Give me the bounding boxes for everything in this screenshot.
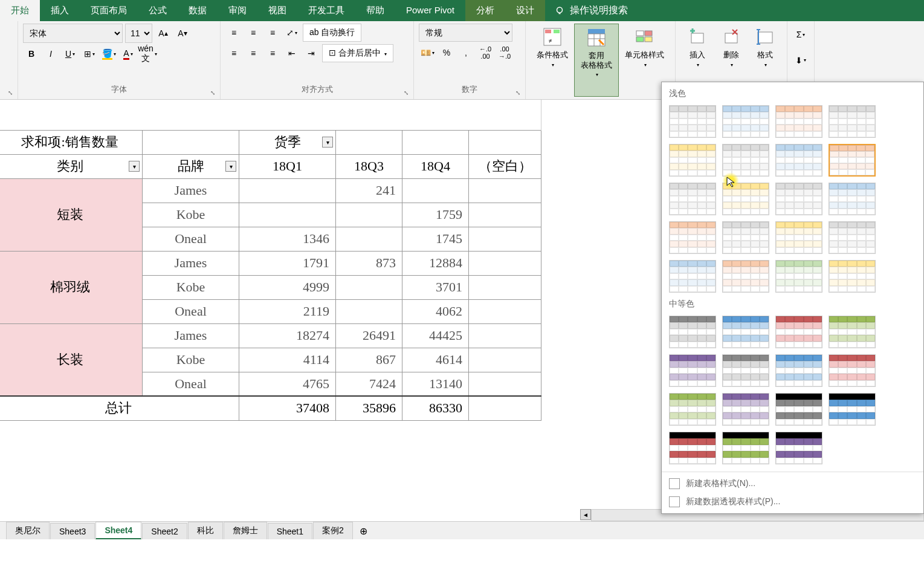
table-style-swatch[interactable] bbox=[775, 183, 822, 215]
table-style-swatch[interactable] bbox=[669, 260, 716, 293]
brand-cell[interactable]: Kobe bbox=[143, 203, 239, 227]
category-cell[interactable]: 短装 bbox=[0, 178, 143, 251]
tab-design[interactable]: 设计 bbox=[505, 0, 545, 21]
fill-color-btn[interactable]: 🪣▾ bbox=[100, 45, 117, 62]
tab-view[interactable]: 视图 bbox=[257, 0, 297, 21]
border-btn[interactable]: ⊞▾ bbox=[81, 45, 98, 62]
table-style-swatch[interactable] bbox=[829, 354, 876, 387]
decrease-indent-btn[interactable]: ⇤ bbox=[283, 45, 300, 62]
brand-cell[interactable]: James bbox=[143, 323, 239, 348]
number-launcher[interactable]: ⤡ bbox=[515, 89, 524, 98]
total-label[interactable]: 总计 bbox=[0, 396, 239, 420]
table-style-swatch[interactable] bbox=[722, 432, 769, 464]
table-style-swatch[interactable] bbox=[669, 432, 716, 464]
sheet-tab[interactable]: Sheet3 bbox=[50, 523, 95, 539]
table-style-swatch[interactable] bbox=[722, 354, 769, 387]
brand-cell[interactable]: Kobe bbox=[143, 348, 239, 372]
orientation-btn[interactable]: ⤢▾ bbox=[283, 24, 300, 41]
conditional-format-btn[interactable]: ≠ 条件格式 ▾ bbox=[531, 24, 574, 97]
number-format-select[interactable]: 常规 bbox=[419, 24, 512, 42]
season-filter-btn[interactable]: ▾ bbox=[322, 137, 333, 148]
table-style-swatch[interactable] bbox=[775, 221, 822, 254]
tab-insert[interactable]: 插入 bbox=[40, 0, 80, 21]
table-style-swatch[interactable] bbox=[669, 354, 716, 387]
font-family-select[interactable]: 宋体 bbox=[23, 24, 123, 43]
table-style-swatch[interactable] bbox=[775, 393, 822, 426]
percent-btn[interactable]: % bbox=[438, 44, 455, 61]
table-style-swatch[interactable] bbox=[775, 260, 822, 293]
comma-btn[interactable]: , bbox=[457, 44, 474, 61]
table-style-swatch[interactable] bbox=[722, 260, 769, 293]
italic-btn[interactable]: I bbox=[42, 45, 59, 62]
category-filter-btn[interactable]: ▾ bbox=[129, 161, 140, 172]
align-top-btn[interactable]: ≡ bbox=[225, 24, 242, 41]
new-pivot-style-btn[interactable]: 新建数据透视表样式(P)... bbox=[662, 493, 923, 511]
decrease-decimal-btn[interactable]: .00→.0 bbox=[496, 44, 513, 61]
brand-filter-btn[interactable]: ▾ bbox=[225, 161, 236, 172]
table-format-btn[interactable]: 套用 表格格式 ▾ bbox=[574, 24, 619, 97]
table-style-swatch[interactable] bbox=[669, 316, 716, 348]
sheet-tab[interactable]: 科比 bbox=[188, 522, 223, 539]
currency-btn[interactable]: 💴▾ bbox=[419, 44, 436, 61]
category-header[interactable]: 类别 ▾ bbox=[0, 154, 143, 178]
fill-btn[interactable]: ⬇▾ bbox=[792, 52, 809, 69]
table-style-swatch[interactable] bbox=[775, 432, 822, 464]
phonetic-btn[interactable]: wén文▾ bbox=[139, 45, 156, 62]
table-style-swatch[interactable] bbox=[722, 144, 769, 177]
table-style-swatch[interactable] bbox=[669, 183, 716, 215]
table-style-swatch[interactable] bbox=[829, 316, 876, 348]
table-style-swatch[interactable] bbox=[722, 183, 769, 215]
sheet-tab[interactable]: Sheet2 bbox=[142, 523, 187, 539]
table-style-swatch[interactable] bbox=[722, 393, 769, 426]
table-style-swatch[interactable] bbox=[829, 144, 876, 177]
table-style-swatch[interactable] bbox=[722, 221, 769, 254]
table-style-swatch[interactable] bbox=[775, 316, 822, 348]
increase-indent-btn[interactable]: ⇥ bbox=[303, 45, 320, 62]
alignment-launcher[interactable]: ⤡ bbox=[404, 89, 412, 98]
table-style-swatch[interactable] bbox=[775, 144, 822, 177]
brand-cell[interactable]: James bbox=[143, 251, 239, 275]
brand-cell[interactable]: Oneal bbox=[143, 299, 239, 323]
table-style-swatch[interactable] bbox=[829, 393, 876, 426]
align-right-btn[interactable]: ≡ bbox=[264, 45, 281, 62]
table-style-swatch[interactable] bbox=[669, 144, 716, 177]
table-style-swatch[interactable] bbox=[722, 105, 769, 138]
wrap-text-btn[interactable]: ab 自动换行 bbox=[303, 24, 361, 42]
font-launcher[interactable]: ⤡ bbox=[210, 89, 219, 98]
season-header[interactable]: 货季 ▾ bbox=[239, 130, 336, 154]
font-size-select[interactable]: 11 bbox=[125, 24, 152, 43]
table-style-swatch[interactable] bbox=[829, 221, 876, 254]
bold-btn[interactable]: B bbox=[23, 45, 40, 62]
table-style-swatch[interactable] bbox=[775, 354, 822, 387]
tab-data[interactable]: 数据 bbox=[178, 0, 218, 21]
brand-col-header[interactable]: 品牌 ▾ bbox=[143, 154, 239, 178]
table-style-swatch[interactable] bbox=[775, 105, 822, 138]
scroll-left-btn[interactable]: ◄ bbox=[580, 509, 591, 520]
sheet-tab[interactable]: 奥尼尔 bbox=[6, 522, 50, 539]
tab-review[interactable]: 审阅 bbox=[218, 0, 257, 21]
pivot-table[interactable]: 求和项:销售数量 货季 ▾ 类别 ▾ 品牌 ▾ 18Q1 18Q3 18Q4 （… bbox=[0, 100, 541, 421]
align-bottom-btn[interactable]: ≡ bbox=[264, 24, 281, 41]
tab-analyze[interactable]: 分析 bbox=[465, 0, 505, 21]
brand-cell[interactable]: Oneal bbox=[143, 227, 239, 251]
tell-me-search[interactable]: 操作说明搜索 bbox=[545, 0, 637, 21]
align-middle-btn[interactable]: ≡ bbox=[245, 24, 262, 41]
clipboard-launcher[interactable]: ⤡ bbox=[8, 89, 16, 98]
category-cell[interactable]: 棉羽绒 bbox=[0, 251, 143, 323]
sheet-tab[interactable]: Sheet1 bbox=[268, 523, 312, 539]
increase-decimal-btn[interactable]: ←.0.00 bbox=[477, 44, 494, 61]
table-style-swatch[interactable] bbox=[722, 316, 769, 348]
sheet-tab[interactable]: 案例2 bbox=[313, 522, 353, 539]
table-style-swatch[interactable] bbox=[669, 221, 716, 254]
brand-cell[interactable]: Kobe bbox=[143, 275, 239, 299]
table-style-swatch[interactable] bbox=[829, 105, 876, 138]
tab-home[interactable]: 开始 bbox=[0, 0, 40, 21]
table-style-swatch[interactable] bbox=[669, 393, 716, 426]
tab-layout[interactable]: 页面布局 bbox=[80, 0, 138, 21]
align-left-btn[interactable]: ≡ bbox=[225, 45, 242, 62]
merge-center-btn[interactable]: ⊡ 合并后居中 ▾ bbox=[322, 44, 393, 62]
table-style-swatch[interactable] bbox=[669, 105, 716, 138]
table-style-swatch[interactable] bbox=[829, 183, 876, 215]
tab-powerpivot[interactable]: Power Pivot bbox=[395, 0, 465, 21]
brand-cell[interactable]: Oneal bbox=[143, 372, 239, 396]
